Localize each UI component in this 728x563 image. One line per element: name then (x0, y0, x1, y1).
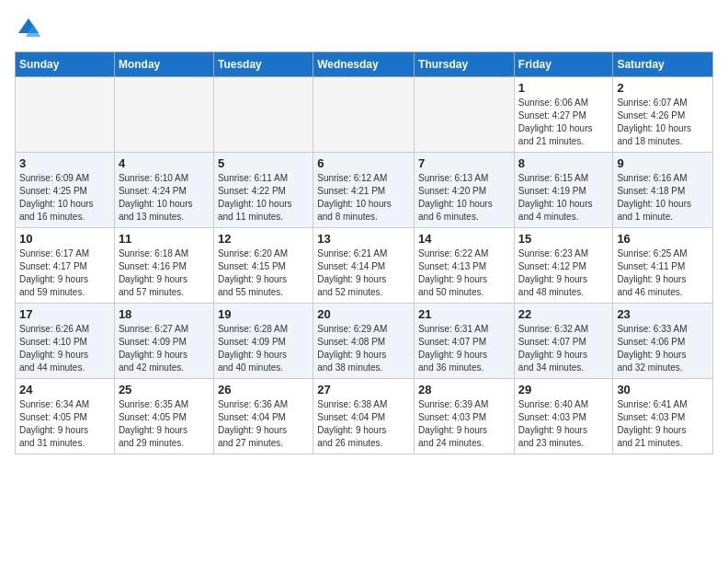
calendar-cell: 18Sunrise: 6:27 AM Sunset: 4:09 PM Dayli… (114, 304, 213, 379)
day-number: 25 (119, 383, 210, 396)
day-number: 16 (617, 232, 709, 246)
day-info: Sunrise: 6:16 AM Sunset: 4:18 PM Dayligh… (617, 172, 709, 224)
week-row-1: 3Sunrise: 6:09 AM Sunset: 4:25 PM Daylig… (16, 153, 713, 228)
day-number: 11 (119, 232, 210, 246)
day-header-tuesday: Tuesday (213, 52, 313, 77)
day-header-saturday: Saturday (613, 52, 713, 77)
calendar-cell: 19Sunrise: 6:28 AM Sunset: 4:09 PM Dayli… (213, 304, 313, 379)
logo (15, 15, 46, 42)
day-number: 10 (19, 232, 110, 246)
day-number: 18 (119, 307, 210, 321)
day-info: Sunrise: 6:10 AM Sunset: 4:24 PM Dayligh… (119, 172, 210, 224)
calendar-table: SundayMondayTuesdayWednesdayThursdayFrid… (15, 52, 713, 454)
calendar-cell: 14Sunrise: 6:22 AM Sunset: 4:13 PM Dayli… (415, 228, 515, 304)
day-number: 20 (317, 307, 410, 321)
day-number: 8 (518, 156, 609, 170)
calendar-cell (415, 77, 515, 153)
week-row-2: 10Sunrise: 6:17 AM Sunset: 4:17 PM Dayli… (16, 228, 713, 304)
calendar-cell: 20Sunrise: 6:29 AM Sunset: 4:08 PM Dayli… (313, 304, 415, 379)
day-info: Sunrise: 6:34 AM Sunset: 4:05 PM Dayligh… (19, 398, 110, 450)
day-number: 24 (19, 383, 110, 396)
day-number: 1 (518, 81, 609, 95)
calendar-cell: 21Sunrise: 6:31 AM Sunset: 4:07 PM Dayli… (415, 304, 515, 379)
day-number: 30 (617, 383, 709, 396)
day-info: Sunrise: 6:36 AM Sunset: 4:04 PM Dayligh… (218, 398, 309, 450)
day-info: Sunrise: 6:26 AM Sunset: 4:10 PM Dayligh… (19, 323, 110, 374)
day-info: Sunrise: 6:11 AM Sunset: 4:22 PM Dayligh… (218, 172, 309, 224)
day-header-sunday: Sunday (16, 52, 115, 77)
day-info: Sunrise: 6:06 AM Sunset: 4:27 PM Dayligh… (518, 97, 609, 148)
day-info: Sunrise: 6:31 AM Sunset: 4:07 PM Dayligh… (418, 323, 510, 374)
calendar-cell: 7Sunrise: 6:13 AM Sunset: 4:20 PM Daylig… (415, 153, 515, 228)
day-number: 29 (518, 383, 609, 396)
calendar-cell (16, 77, 115, 153)
calendar-cell: 6Sunrise: 6:12 AM Sunset: 4:21 PM Daylig… (313, 153, 415, 228)
day-info: Sunrise: 6:35 AM Sunset: 4:05 PM Dayligh… (119, 398, 210, 450)
calendar-cell: 16Sunrise: 6:25 AM Sunset: 4:11 PM Dayli… (613, 228, 713, 304)
calendar-cell: 15Sunrise: 6:23 AM Sunset: 4:12 PM Dayli… (514, 228, 613, 304)
day-info: Sunrise: 6:18 AM Sunset: 4:16 PM Dayligh… (119, 247, 210, 299)
day-info: Sunrise: 6:15 AM Sunset: 4:19 PM Dayligh… (518, 172, 609, 224)
calendar-cell: 2Sunrise: 6:07 AM Sunset: 4:26 PM Daylig… (613, 77, 713, 153)
day-info: Sunrise: 6:40 AM Sunset: 4:03 PM Dayligh… (518, 398, 609, 450)
calendar-cell: 23Sunrise: 6:33 AM Sunset: 4:06 PM Dayli… (613, 304, 713, 379)
week-row-3: 17Sunrise: 6:26 AM Sunset: 4:10 PM Dayli… (16, 304, 713, 379)
day-info: Sunrise: 6:20 AM Sunset: 4:15 PM Dayligh… (218, 247, 309, 299)
day-info: Sunrise: 6:25 AM Sunset: 4:11 PM Dayligh… (617, 247, 709, 299)
day-number: 17 (19, 307, 110, 321)
day-info: Sunrise: 6:07 AM Sunset: 4:26 PM Dayligh… (617, 97, 709, 148)
week-row-4: 24Sunrise: 6:34 AM Sunset: 4:05 PM Dayli… (16, 379, 713, 454)
calendar-cell: 5Sunrise: 6:11 AM Sunset: 4:22 PM Daylig… (213, 153, 313, 228)
day-number: 27 (317, 383, 410, 396)
day-info: Sunrise: 6:29 AM Sunset: 4:08 PM Dayligh… (317, 323, 410, 374)
day-number: 23 (617, 307, 709, 321)
day-number: 4 (119, 156, 210, 170)
calendar-cell: 4Sunrise: 6:10 AM Sunset: 4:24 PM Daylig… (114, 153, 213, 228)
day-number: 9 (617, 156, 709, 170)
day-number: 19 (218, 307, 309, 321)
day-number: 13 (317, 232, 410, 246)
day-info: Sunrise: 6:09 AM Sunset: 4:25 PM Dayligh… (19, 172, 110, 224)
calendar-cell (114, 77, 213, 153)
day-number: 28 (418, 383, 510, 396)
calendar-cell: 17Sunrise: 6:26 AM Sunset: 4:10 PM Dayli… (16, 304, 115, 379)
day-info: Sunrise: 6:17 AM Sunset: 4:17 PM Dayligh… (19, 247, 110, 299)
day-number: 14 (418, 232, 510, 246)
calendar-cell: 1Sunrise: 6:06 AM Sunset: 4:27 PM Daylig… (514, 77, 613, 153)
calendar-cell: 29Sunrise: 6:40 AM Sunset: 4:03 PM Dayli… (514, 379, 613, 454)
day-info: Sunrise: 6:21 AM Sunset: 4:14 PM Dayligh… (317, 247, 410, 299)
calendar-cell: 9Sunrise: 6:16 AM Sunset: 4:18 PM Daylig… (613, 153, 713, 228)
day-info: Sunrise: 6:12 AM Sunset: 4:21 PM Dayligh… (317, 172, 410, 224)
day-info: Sunrise: 6:33 AM Sunset: 4:06 PM Dayligh… (617, 323, 709, 374)
day-number: 7 (418, 156, 510, 170)
calendar-cell: 22Sunrise: 6:32 AM Sunset: 4:07 PM Dayli… (514, 304, 613, 379)
day-number: 3 (19, 156, 110, 170)
day-info: Sunrise: 6:38 AM Sunset: 4:04 PM Dayligh… (317, 398, 410, 450)
day-info: Sunrise: 6:28 AM Sunset: 4:09 PM Dayligh… (218, 323, 309, 374)
day-header-thursday: Thursday (415, 52, 515, 77)
day-info: Sunrise: 6:13 AM Sunset: 4:20 PM Dayligh… (418, 172, 510, 224)
day-header-monday: Monday (114, 52, 213, 77)
calendar-cell: 12Sunrise: 6:20 AM Sunset: 4:15 PM Dayli… (213, 228, 313, 304)
calendar-cell: 27Sunrise: 6:38 AM Sunset: 4:04 PM Dayli… (313, 379, 415, 454)
day-number: 6 (317, 156, 410, 170)
day-number: 15 (518, 232, 609, 246)
day-number: 2 (617, 81, 709, 95)
day-number: 12 (218, 232, 309, 246)
header-row: SundayMondayTuesdayWednesdayThursdayFrid… (16, 52, 713, 77)
day-info: Sunrise: 6:32 AM Sunset: 4:07 PM Dayligh… (518, 323, 609, 374)
week-row-0: 1Sunrise: 6:06 AM Sunset: 4:27 PM Daylig… (16, 77, 713, 153)
day-number: 26 (218, 383, 309, 396)
calendar-cell: 25Sunrise: 6:35 AM Sunset: 4:05 PM Dayli… (114, 379, 213, 454)
calendar-cell: 10Sunrise: 6:17 AM Sunset: 4:17 PM Dayli… (16, 228, 115, 304)
day-info: Sunrise: 6:27 AM Sunset: 4:09 PM Dayligh… (119, 323, 210, 374)
header (15, 15, 713, 42)
day-number: 21 (418, 307, 510, 321)
calendar-cell: 28Sunrise: 6:39 AM Sunset: 4:03 PM Dayli… (415, 379, 515, 454)
calendar-cell: 3Sunrise: 6:09 AM Sunset: 4:25 PM Daylig… (16, 153, 115, 228)
day-info: Sunrise: 6:23 AM Sunset: 4:12 PM Dayligh… (518, 247, 609, 299)
calendar-cell (213, 77, 313, 153)
day-number: 22 (518, 307, 609, 321)
day-number: 5 (218, 156, 309, 170)
calendar-cell: 26Sunrise: 6:36 AM Sunset: 4:04 PM Dayli… (213, 379, 313, 454)
